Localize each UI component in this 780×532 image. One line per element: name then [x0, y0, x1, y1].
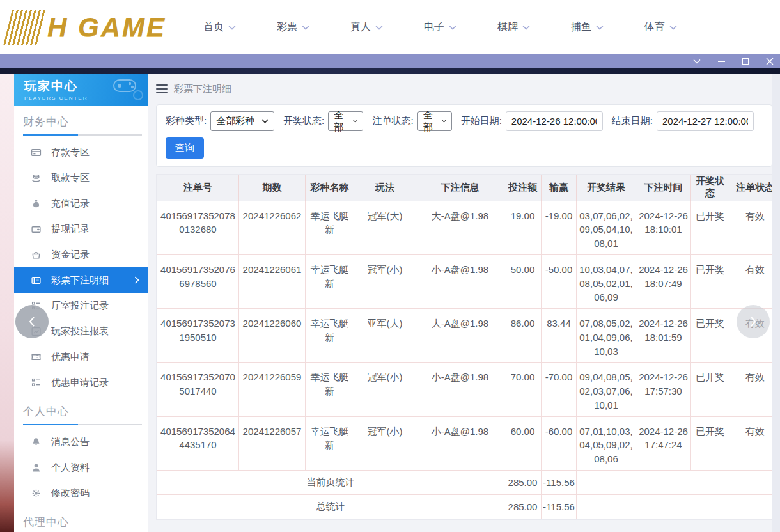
- table-cell: 小-A盘@1.98: [416, 363, 504, 416]
- chevron-down-icon: [228, 25, 236, 30]
- end-date-input[interactable]: [657, 111, 754, 131]
- sidebar-item-withdraw-records[interactable]: 提现记录: [14, 216, 148, 242]
- logo-text: H GAME: [47, 12, 166, 43]
- sidebar-item-lottery-bet-details[interactable]: 彩票下注明细: [14, 267, 148, 293]
- table-cell: 已开奖: [691, 309, 729, 363]
- summary-empty-cell: [577, 470, 773, 494]
- breadcrumb: 彩票下注明细: [156, 77, 772, 100]
- order-status-label: 注单状态:: [372, 115, 413, 127]
- table-cell: 有效: [729, 363, 773, 416]
- coupon-icon: [31, 352, 42, 363]
- logo[interactable]: H GAME: [8, 8, 166, 47]
- sidebar-item-label: 个人资料: [51, 462, 90, 474]
- table-cell: 401569173520731950510: [157, 309, 239, 363]
- nav-label: 真人: [350, 20, 371, 34]
- summary-winloss-total: -115.56: [542, 470, 577, 494]
- table-cell: 冠军(小): [354, 363, 416, 416]
- section-title: 代理中心: [23, 515, 142, 529]
- sidebar-item-messages[interactable]: 消息公告: [14, 429, 148, 455]
- table-cell: 大-A盘@1.98: [416, 201, 504, 254]
- sidebar-item-fund-records[interactable]: 资金记录: [14, 242, 148, 267]
- main-content: 彩票下注明细 彩种类型: 全部彩种 开奖状态: 全部 注单状态: 全部: [148, 74, 772, 532]
- top-bar: H GAME 首页 彩票 真人 电子 棋牌 捕鱼 体育: [0, 0, 780, 54]
- sidebar-item-profile[interactable]: 个人资料: [14, 455, 148, 480]
- window-close-icon[interactable]: [765, 56, 775, 66]
- table-cell: 有效: [729, 416, 773, 470]
- table-cell: 小-A盘@1.98: [416, 254, 504, 308]
- table-cell: -50.00: [542, 254, 577, 308]
- user-icon: [31, 462, 42, 473]
- summary-label: 总统计: [157, 494, 504, 519]
- sidebar-item-withdraw[interactable]: 取款专区: [14, 165, 148, 191]
- chevron-down-icon: [353, 119, 357, 123]
- table-cell: 60.00: [504, 416, 542, 470]
- section-agent: 代理中心: [14, 506, 148, 532]
- nav-item-lottery[interactable]: 彩票: [277, 20, 309, 34]
- table-cell: 大-A盘@1.98: [416, 309, 504, 363]
- table-cell: 有效: [729, 254, 773, 308]
- sidebar-item-deposit[interactable]: 存款专区: [14, 139, 148, 165]
- table-cell: 已开奖: [691, 201, 729, 254]
- table-row: 40156917352078013268020241226062幸运飞艇新冠军(…: [157, 201, 773, 254]
- withdraw-hand-icon: [31, 173, 42, 184]
- sidebar-item-promo-apply-records[interactable]: 优惠申请记录: [14, 370, 148, 395]
- nav-item-board[interactable]: 棋牌: [497, 20, 530, 34]
- query-button[interactable]: 查询: [166, 137, 204, 159]
- col-header: 玩法: [354, 175, 416, 201]
- table-cell: 50.00: [504, 254, 542, 308]
- main-nav: 首页 彩票 真人 电子 棋牌 捕鱼 体育: [203, 0, 677, 54]
- nav-label: 捕鱼: [571, 20, 591, 34]
- summary-winloss-total: -115.56: [542, 494, 577, 519]
- order-status-select[interactable]: 全部: [417, 111, 452, 131]
- table-cell: -60.00: [542, 416, 577, 470]
- table-cell: 2024-12-26 17:57:30: [636, 363, 691, 416]
- summary-bet-total: 285.00: [504, 494, 542, 519]
- sidebar-item-promo-apply[interactable]: 优惠申请: [14, 344, 148, 370]
- window-maximize-icon[interactable]: [740, 56, 751, 66]
- table-cell: 冠军(小): [354, 416, 416, 470]
- window-title-bar: [0, 54, 780, 68]
- lottery-type-label: 彩种类型:: [166, 115, 207, 127]
- table-cell: 20241226061: [239, 254, 306, 308]
- nav-item-slots[interactable]: 电子: [424, 20, 456, 34]
- start-date-input[interactable]: [506, 111, 603, 131]
- table-cell: 19.00: [504, 201, 542, 254]
- select-value: 全部彩种: [216, 115, 254, 127]
- nav-item-fishing[interactable]: 捕鱼: [571, 20, 604, 34]
- table-cell: 401569173520780132680: [157, 201, 239, 254]
- scrollbar-track[interactable]: [772, 74, 780, 532]
- section-underline: [23, 424, 142, 425]
- background-strip-left: [0, 74, 14, 532]
- chevron-down-icon: [669, 25, 677, 30]
- table-cell: 2024-12-26 18:07:49: [636, 254, 691, 308]
- draw-status-select[interactable]: 全部: [328, 111, 363, 131]
- sidebar-item-recharge-records[interactable]: 充值记录: [14, 191, 148, 216]
- table-cell: 冠军(小): [354, 254, 416, 308]
- table-cell: 83.44: [542, 309, 577, 363]
- sidebar-item-label: 消息公告: [51, 436, 90, 448]
- table-cell: 07,08,05,02,01,04,09,06,10,03: [577, 309, 636, 363]
- window-minimize-icon[interactable]: [716, 56, 726, 66]
- sidebar-header: 玩家中心 PLAYERS CENTER: [14, 74, 148, 106]
- col-header: 开奖状态: [691, 175, 729, 201]
- nav-item-sports[interactable]: 体育: [644, 20, 677, 34]
- table-cell: 已开奖: [691, 416, 729, 470]
- table-row: 40156917352073195051020241226060幸运飞艇新亚军(…: [157, 309, 773, 363]
- col-header: 下注时间: [636, 175, 691, 201]
- section-finance: 财务中心: [14, 106, 148, 136]
- chevron-down-icon: [261, 119, 269, 123]
- hamburger-icon[interactable]: [156, 84, 168, 93]
- summary-row-grand-total: 总统计 285.00 -115.56: [157, 494, 773, 519]
- window-collapse-icon[interactable]: [692, 56, 702, 66]
- collapse-sidebar-button[interactable]: [15, 305, 49, 338]
- nav-item-live[interactable]: 真人: [350, 20, 383, 34]
- summary-label: 当前页统计: [157, 470, 504, 494]
- nav-item-home[interactable]: 首页: [203, 20, 236, 34]
- table-cell: 已开奖: [691, 254, 729, 308]
- lottery-type-select[interactable]: 全部彩种: [210, 111, 274, 131]
- scroll-right-button[interactable]: [737, 305, 770, 338]
- sidebar-item-label: 存款专区: [51, 146, 90, 159]
- sidebar-item-change-password[interactable]: 修改密码: [14, 480, 148, 506]
- bet-details-table: 注单号 期数 彩种名称 玩法 下注信息 投注额 输赢 开奖结果 下注时间 开奖状…: [157, 175, 772, 519]
- summary-empty-cell: [577, 494, 773, 519]
